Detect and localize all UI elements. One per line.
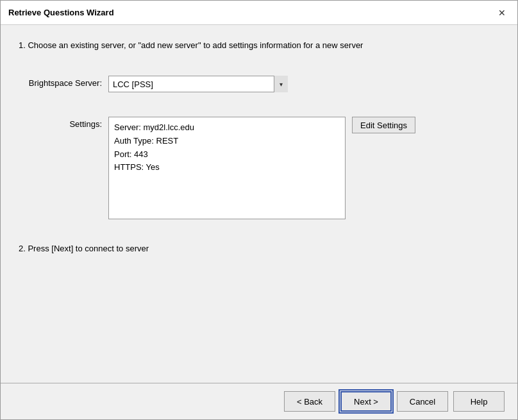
title-bar: Retrieve Questions Wizard ✕: [1, 1, 517, 25]
server-dropdown[interactable]: LCC [PSS]: [108, 76, 288, 92]
dialog-body: 1. Choose an existing server, or "add ne…: [1, 25, 517, 383]
server-row: Brightspace Server: LCC [PSS] ▾: [19, 76, 499, 92]
step2-label: 2. Press [Next] to connect to server: [19, 244, 499, 253]
edit-settings-button[interactable]: Edit Settings: [352, 117, 415, 133]
server-dropdown-wrapper: LCC [PSS] ▾: [108, 76, 288, 92]
server-field: LCC [PSS] ▾: [108, 76, 499, 92]
next-button[interactable]: Next >: [340, 391, 392, 412]
server-label: Brightspace Server:: [19, 76, 102, 88]
help-button[interactable]: Help: [453, 391, 505, 412]
dialog-window: Retrieve Questions Wizard ✕ 1. Choose an…: [0, 0, 518, 420]
back-button[interactable]: < Back: [284, 391, 335, 412]
settings-label: Settings:: [19, 117, 102, 129]
dialog-title: Retrieve Questions Wizard: [8, 8, 114, 17]
dialog-footer: < Back Next > Cancel Help: [1, 383, 517, 419]
settings-area: Server: myd2l.lcc.edu Auth Type: REST Po…: [108, 117, 415, 219]
settings-textarea[interactable]: Server: myd2l.lcc.edu Auth Type: REST Po…: [108, 117, 346, 219]
body-spacer: [19, 269, 499, 367]
settings-row: Settings: Server: myd2l.lcc.edu Auth Typ…: [19, 117, 499, 219]
close-button[interactable]: ✕: [494, 5, 510, 21]
step1-label: 1. Choose an existing server, or "add ne…: [19, 40, 499, 50]
cancel-button[interactable]: Cancel: [397, 391, 448, 412]
